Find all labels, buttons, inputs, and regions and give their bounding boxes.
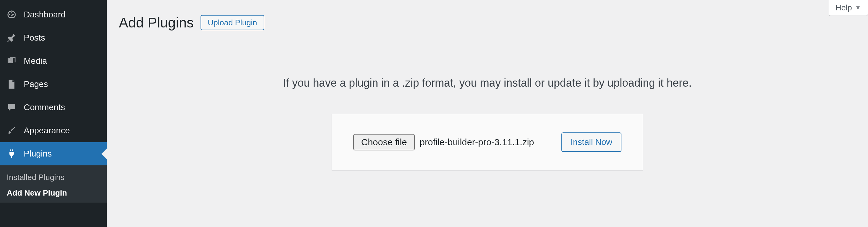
help-tab[interactable]: Help ▼ — [829, 0, 868, 16]
media-icon — [5, 55, 18, 67]
pin-icon — [5, 32, 18, 44]
selected-filename: profile-builder-pro-3.11.1.zip — [420, 137, 534, 147]
plugins-submenu: Installed Plugins Add New Plugin — [0, 165, 107, 203]
page-icon — [5, 78, 18, 90]
gauge-icon — [5, 8, 18, 21]
brush-icon — [5, 124, 18, 137]
sidebar-item-posts[interactable]: Posts — [0, 26, 107, 50]
upload-form: Choose file profile-builder-pro-3.11.1.z… — [332, 114, 643, 171]
sidebar-item-comments[interactable]: Comments — [0, 96, 107, 119]
sidebar-item-dashboard[interactable]: Dashboard — [0, 3, 107, 26]
main-content: Help ▼ Add Plugins Upload Plugin If you … — [107, 0, 868, 227]
chevron-down-icon: ▼ — [855, 4, 861, 11]
page-title: Add Plugins — [119, 15, 194, 31]
sidebar-item-label: Posts — [24, 33, 45, 43]
submenu-installed-plugins[interactable]: Installed Plugins — [0, 170, 107, 185]
upload-plugin-button[interactable]: Upload Plugin — [200, 15, 265, 30]
install-now-button[interactable]: Install Now — [561, 133, 621, 152]
choose-file-button[interactable]: Choose file — [353, 134, 415, 150]
comment-icon — [5, 101, 18, 113]
sidebar-item-appearance[interactable]: Appearance — [0, 119, 107, 142]
sidebar-item-media[interactable]: Media — [0, 50, 107, 73]
submenu-add-new-plugin[interactable]: Add New Plugin — [0, 185, 107, 201]
admin-sidebar: Dashboard Posts Media Pages Comments App… — [0, 0, 107, 227]
svg-point-0 — [9, 59, 10, 60]
sidebar-item-label: Dashboard — [24, 10, 65, 20]
help-label: Help — [836, 3, 852, 12]
page-header: Add Plugins Upload Plugin — [119, 15, 856, 31]
file-input-group: Choose file profile-builder-pro-3.11.1.z… — [353, 134, 534, 150]
plug-icon — [5, 148, 18, 160]
sidebar-item-pages[interactable]: Pages — [0, 73, 107, 96]
sidebar-item-plugins[interactable]: Plugins — [0, 142, 107, 165]
sidebar-item-label: Appearance — [24, 126, 70, 136]
sidebar-item-label: Pages — [24, 79, 48, 89]
upload-instruction: If you have a plugin in a .zip format, y… — [119, 77, 856, 89]
sidebar-item-label: Comments — [24, 103, 65, 112]
sidebar-item-label: Plugins — [24, 149, 52, 159]
sidebar-item-label: Media — [24, 56, 47, 66]
